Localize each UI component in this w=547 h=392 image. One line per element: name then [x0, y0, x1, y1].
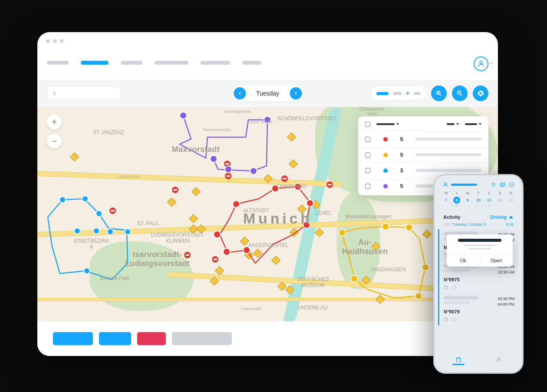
- zoom-out-map-button[interactable]: [452, 86, 468, 101]
- svg-point-13: [303, 221, 310, 228]
- route-desc-placeholder: [415, 169, 481, 172]
- zoom-in-map-button[interactable]: [431, 86, 447, 101]
- legend-header-col[interactable]: [376, 123, 399, 125]
- route-color-dot: [383, 153, 388, 157]
- week-day-column[interactable]: T8: [452, 191, 461, 206]
- zoom-out-icon: [456, 90, 463, 97]
- popup-subtitle-placeholder: [469, 248, 491, 250]
- nav-item-3[interactable]: [155, 61, 188, 65]
- week-day-column[interactable]: S13: [506, 191, 515, 206]
- nav-item-2[interactable]: [121, 61, 142, 65]
- route-stop-count: 5: [395, 136, 408, 142]
- week-day-number: 9: [464, 197, 471, 204]
- week-day-indicator-dot: [488, 204, 490, 206]
- attachment-icon[interactable]: [452, 317, 457, 322]
- route-blue: [48, 199, 128, 280]
- profile-avatar[interactable]: [474, 56, 488, 71]
- legend-header-col[interactable]: [447, 123, 459, 125]
- popup-subtitle-placeholder: [464, 244, 495, 246]
- mobile-schedule-list[interactable]: Ok Open 09:00 AM11:00 AMN°902511:30 AM12…: [438, 229, 519, 352]
- legend-row-checkbox[interactable]: [365, 168, 370, 173]
- activity-value[interactable]: Driving: [490, 214, 514, 220]
- route-purple: [180, 115, 267, 171]
- popup-ok-button[interactable]: Ok: [447, 254, 480, 267]
- legend-header: [358, 122, 488, 131]
- map-canvas[interactable]: Munich SCHÖNFELDVORSTADTST. VINZENZMaxvo…: [37, 107, 498, 321]
- activity-label: Activity: [443, 214, 461, 220]
- list-icon[interactable]: [491, 182, 496, 188]
- nav-item-5[interactable]: [242, 61, 261, 65]
- svg-point-24: [84, 268, 90, 274]
- tab-schedule[interactable]: [438, 352, 478, 369]
- chevron-down-icon: [406, 92, 409, 95]
- legend-row[interactable]: 5: [358, 147, 488, 162]
- calendar-icon[interactable]: [444, 285, 448, 290]
- nav-item-1[interactable]: [81, 61, 109, 65]
- day-picker: Tuesday: [232, 86, 303, 101]
- footer-button-2[interactable]: [137, 332, 166, 345]
- zoom-out-button[interactable]: −: [47, 134, 62, 148]
- nav-item-0[interactable]: [47, 61, 69, 65]
- week-day-column[interactable]: T10: [474, 191, 483, 206]
- layer-toggle-bar: [414, 92, 421, 95]
- week-day-column[interactable]: F11: [484, 191, 494, 206]
- mobile-activity-row: Activity Driving: [438, 209, 519, 222]
- legend-row-checkbox[interactable]: [365, 184, 370, 189]
- svg-point-30: [351, 275, 358, 282]
- legend-row[interactable]: 5: [358, 131, 488, 147]
- day-label: Tuesday: [247, 90, 289, 97]
- attachment-icon[interactable]: [452, 285, 457, 290]
- mobile-mockup: M7T8W9T10F11S12S13 Activity Driving S53T…: [433, 174, 524, 374]
- day-next-button[interactable]: [290, 87, 302, 99]
- svg-point-26: [382, 223, 389, 230]
- mobile-header: [438, 179, 519, 189]
- svg-point-5: [210, 155, 217, 162]
- search-input[interactable]: [47, 86, 121, 100]
- week-day-indicator-dot: [456, 204, 458, 206]
- popup-open-button[interactable]: Open: [480, 254, 513, 267]
- zoom-in-icon: [435, 90, 442, 97]
- footer-button-0[interactable]: [53, 332, 93, 345]
- week-day-column[interactable]: M7: [441, 191, 451, 206]
- legend-select-all-checkbox[interactable]: [365, 122, 370, 127]
- week-day-number: 10: [475, 197, 482, 204]
- calendar-icon[interactable]: [444, 317, 448, 322]
- tab-profile[interactable]: [478, 352, 519, 369]
- svg-point-15: [223, 248, 230, 255]
- map-icon[interactable]: [500, 182, 505, 188]
- mobile-username-placeholder: [451, 184, 477, 186]
- week-day-name: M: [441, 191, 451, 195]
- week-day-name: S: [506, 191, 515, 195]
- week-day-column[interactable]: S12: [495, 191, 505, 206]
- svg-point-4: [180, 112, 187, 119]
- settings-button[interactable]: [473, 86, 488, 101]
- card-actions: [444, 317, 514, 322]
- desktop-window: Tuesday: [37, 32, 498, 356]
- svg-point-29: [415, 293, 422, 300]
- route-color-dot: [383, 137, 388, 142]
- legend-header-col[interactable]: [465, 123, 481, 125]
- day-prev-button[interactable]: [234, 87, 246, 99]
- route-desc-placeholder: [415, 153, 481, 156]
- week-day-column[interactable]: W9: [463, 191, 472, 206]
- nav-item-4[interactable]: [201, 61, 230, 65]
- traffic-dot: [53, 39, 57, 43]
- route-desc-placeholder: [415, 138, 481, 141]
- svg-point-1: [54, 92, 55, 93]
- chevron-down-icon: [490, 63, 493, 64]
- svg-point-23: [125, 229, 131, 235]
- footer-button-1[interactable]: [99, 332, 131, 345]
- route-color-dot: [383, 184, 388, 188]
- footer-button-3[interactable]: [172, 332, 232, 345]
- svg-point-6: [250, 168, 257, 175]
- traffic-dot: [60, 39, 64, 43]
- mobile-user[interactable]: [442, 181, 477, 188]
- svg-point-31: [445, 182, 447, 184]
- zoom-in-button[interactable]: +: [47, 115, 62, 129]
- legend-row-checkbox[interactable]: [365, 137, 370, 142]
- legend-row-checkbox[interactable]: [365, 152, 370, 158]
- week-day-number: 8: [453, 197, 460, 204]
- schedule-card[interactable]: 02:30 PM04:00 PMN°9079: [438, 293, 519, 326]
- layer-toggle[interactable]: [371, 87, 426, 100]
- minus-circle-icon[interactable]: [509, 182, 514, 188]
